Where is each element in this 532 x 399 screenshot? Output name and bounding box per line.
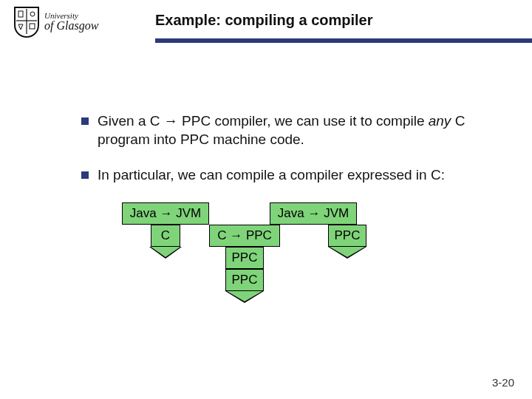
- t-diagram: Java → JVM C Java → JVM PPC C → PPC PPC …: [122, 202, 425, 321]
- bullet-2: In particular, we can compile a compiler…: [81, 166, 466, 185]
- t-right-top: Java → JVM: [270, 202, 357, 225]
- crest-icon: [13, 6, 40, 38]
- svg-rect-4: [30, 24, 35, 29]
- t-left-stem: C: [151, 225, 180, 247]
- slide-content: Given a C → PPC compiler, we can use it …: [0, 50, 532, 321]
- bullet-marker-icon: [81, 117, 89, 125]
- t-bottom-tri-icon: [227, 291, 262, 301]
- t-right-tri-icon: [330, 247, 365, 257]
- t-mid: C → PPC: [209, 225, 280, 247]
- bullet-2-text: In particular, we can compile a compiler…: [98, 166, 445, 185]
- svg-rect-2: [18, 11, 23, 17]
- bullet-marker-icon: [81, 171, 89, 179]
- bullet-1-pre: Given a C → PPC compiler, we can use it …: [98, 113, 429, 129]
- t-bottom: PPC: [225, 269, 264, 291]
- t-right-stem: PPC: [328, 225, 366, 247]
- slide-title: Example: compiling a compiler: [155, 12, 373, 29]
- t-mid-below: PPC: [225, 247, 264, 269]
- logo-line-2: of Glasgow: [44, 20, 98, 33]
- slide-header: University of Glasgow Example: compiling…: [0, 0, 532, 50]
- logo-text: University of Glasgow: [44, 12, 98, 33]
- svg-point-3: [30, 12, 35, 16]
- bullet-1-em: any: [429, 113, 451, 129]
- bullet-2-pre: In particular, we can compile a compiler…: [98, 167, 445, 183]
- page-number: 3-20: [492, 376, 514, 389]
- t-left-tri-icon: [151, 247, 180, 257]
- t-left-top: Java → JVM: [122, 202, 209, 225]
- header-divider: [0, 38, 532, 43]
- bullet-1-text: Given a C → PPC compiler, we can use it …: [98, 112, 466, 149]
- university-logo: University of Glasgow: [13, 6, 98, 38]
- bullet-1: Given a C → PPC compiler, we can use it …: [81, 112, 466, 149]
